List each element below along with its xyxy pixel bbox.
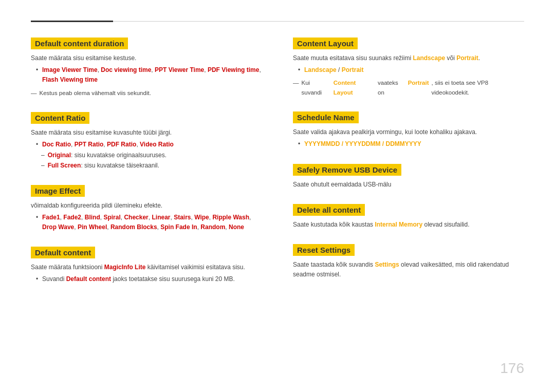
note-original: Original: sisu kuvatakse originaalsuurus… <box>31 151 262 160</box>
body-text: Saate määrata sisu esitamise kestuse. <box>31 53 262 63</box>
bullet-list: Image Viewer Time, Doc viewing time, PPT… <box>31 65 262 85</box>
section-content-layout: Content Layout Saate muuta esitatava sis… <box>293 38 524 97</box>
effect-drop-wave: Drop Wave <box>42 223 74 231</box>
section-title-image-effect: Image Effect <box>31 185 85 197</box>
item-date-formats: YYYYMMDD / YYYYDDMM / DDMMYYYY <box>304 140 421 147</box>
body-text: Saate määrata sisu esitamise kuvasuhte t… <box>31 128 262 138</box>
list-item: Doc Ratio, PPT Ratio, PDF Ratio, Video R… <box>36 140 262 150</box>
effect-random-blocks: Random Blocks <box>110 223 157 231</box>
section-body-image-effect: võimaldab konfigureerida pildi ülemineku… <box>31 201 262 233</box>
effect-stairs: Stairs <box>174 214 191 221</box>
body-text: Saate määrata funktsiooni MagicInfo Lite… <box>31 263 262 272</box>
item-video-ratio: Video Ratio <box>140 141 174 148</box>
top-border-dark <box>31 21 113 22</box>
effect-pin-wheel: Pin Wheel <box>78 223 107 231</box>
item-flash-viewing-time: Flash Viewing time <box>42 76 98 83</box>
body-text: Saate taastada kõik suvandis Settings ol… <box>293 260 524 279</box>
effect-blind: Blind <box>85 214 100 221</box>
bullet-list: YYYYMMDD / YYYYDDMM / DDMMYYYY <box>293 139 524 149</box>
right-column: Content Layout Saate muuta esitatava sis… <box>293 38 524 299</box>
note-label-content-layout: Content Layout <box>334 78 375 97</box>
main-content: Default content duration Saate määrata s… <box>31 38 524 299</box>
section-title-content-layout: Content Layout <box>293 38 358 49</box>
section-schedule-name: Schedule Name Saate valida ajakava pealk… <box>293 111 524 149</box>
section-title-content-ratio: Content Ratio <box>31 112 89 124</box>
list-item: Landscape / Portrait <box>298 65 524 75</box>
body-text: Saate muuta esitatava sisu suunaks režii… <box>293 53 524 63</box>
section-default-content-duration: Default content duration Saate määrata s… <box>31 38 262 98</box>
item-ppt-viewer-time: PPT Viewer Time <box>155 66 204 73</box>
note-kestus: Kestus peab olema vähemalt viis sekundit… <box>31 88 262 98</box>
effect-none: None <box>229 223 244 231</box>
list-item: YYYYMMDD / YYYYDDMM / DDMMYYYY <box>298 139 524 149</box>
effect-wipe: Wipe <box>194 214 209 221</box>
section-title-default-content-duration: Default content duration <box>31 38 128 49</box>
list-item: Suvandi Default content jaoks toetatakse… <box>36 274 262 284</box>
label-portrait: Portrait <box>456 54 478 62</box>
bullet-list: Landscape / Portrait <box>293 65 524 75</box>
label-landscape: Landscape <box>413 54 445 62</box>
list-item: Image Viewer Time, Doc viewing time, PPT… <box>36 65 262 85</box>
section-body-content-layout: Saate muuta esitatava sisu suunaks režii… <box>293 53 524 97</box>
section-body-delete-all-content: Saate kustutada kõik kaustas Internal Me… <box>293 220 524 230</box>
section-reset-settings: Reset Settings Saate taastada kõik suvan… <box>293 244 524 279</box>
list-item: Fade1, Fade2, Blind, Spiral, Checker, Li… <box>36 213 262 232</box>
label-settings: Settings <box>375 261 399 268</box>
top-border-light <box>113 21 524 22</box>
effect-ripple-wash: Ripple Wash <box>212 214 249 221</box>
section-default-content: Default content Saate määrata funktsioon… <box>31 247 262 284</box>
bullet-list: Doc Ratio, PPT Ratio, PDF Ratio, Video R… <box>31 140 262 150</box>
top-border <box>31 21 524 22</box>
label-magicinfo-lite: MagicInfo Lite <box>104 264 146 271</box>
body-text: Saate ohutult eemaldada USB-mälu <box>293 180 524 190</box>
section-body-content-ratio: Saate määrata sisu esitamise kuvasuhte t… <box>31 128 262 171</box>
section-title-schedule-name: Schedule Name <box>293 111 359 123</box>
effect-fade1: Fade1 <box>42 214 60 221</box>
label-original: Original <box>48 152 71 159</box>
page-number: 176 <box>500 360 524 377</box>
section-title-default-content: Default content <box>31 247 95 258</box>
section-body-safely-remove-usb: Saate ohutult eemaldada USB-mälu <box>293 180 524 190</box>
body-text: Saate valida ajakava pealkirja vormingu,… <box>293 127 524 137</box>
item-portrait: Portrait <box>342 66 364 73</box>
section-title-delete-all-content: Delete all content <box>293 204 365 216</box>
section-delete-all-content: Delete all content Saate kustutada kõik … <box>293 204 524 230</box>
section-body-default-content: Saate määrata funktsiooni MagicInfo Lite… <box>31 263 262 284</box>
effect-fade2: Fade2 <box>63 214 81 221</box>
body-text: võimaldab konfigureerida pildi ülemineku… <box>31 201 262 211</box>
note-fullscreen: Full Screen: sisu kuvatakse täisekraanil… <box>31 161 262 171</box>
body-text: Saate kustutada kõik kaustas Internal Me… <box>293 220 524 230</box>
section-title-reset-settings: Reset Settings <box>293 244 355 256</box>
item-doc-viewing-time: Doc viewing time <box>101 66 151 73</box>
item-pdf-ratio: PDF Ratio <box>107 141 136 148</box>
section-body-default-content-duration: Saate määrata sisu esitamise kestuse. Im… <box>31 53 262 98</box>
section-body-reset-settings: Saate taastada kõik suvandis Settings ol… <box>293 260 524 279</box>
note-content-layout: Kui suvandi Content Layout vaateks on Po… <box>293 78 524 97</box>
section-safely-remove-usb: Safely Remove USB Device Saate ohutult e… <box>293 164 524 190</box>
section-image-effect: Image Effect võimaldab konfigureerida pi… <box>31 185 262 233</box>
effect-spin-fade-in: Spin Fade In <box>160 223 197 231</box>
effect-random: Random <box>200 223 225 231</box>
label-internal-memory: Internal Memory <box>375 221 422 228</box>
bullet-list: Suvandi Default content jaoks toetatakse… <box>31 274 262 284</box>
label-default-content: Default content <box>66 275 111 283</box>
effect-spiral: Spiral <box>103 214 120 221</box>
item-pdf-viewing-time: PDF Viewing time <box>208 66 259 73</box>
section-title-safely-remove-usb: Safely Remove USB Device <box>293 164 401 176</box>
item-doc-ratio: Doc Ratio <box>42 141 71 148</box>
item-image-viewer-time: Image Viewer Time <box>42 66 98 73</box>
page-container: Default content duration Saate määrata s… <box>0 0 555 330</box>
effect-linear: Linear <box>152 214 170 221</box>
bullet-list: Fade1, Fade2, Blind, Spiral, Checker, Li… <box>31 213 262 232</box>
label-fullscreen: Full Screen <box>48 162 81 169</box>
section-content-ratio: Content Ratio Saate määrata sisu esitami… <box>31 112 262 171</box>
item-ppt-ratio: PPT Ratio <box>75 141 104 148</box>
note-label-portrait: Portrait <box>408 78 429 97</box>
item-landscape: Landscape <box>304 66 337 73</box>
section-body-schedule-name: Saate valida ajakava pealkirja vormingu,… <box>293 127 524 149</box>
left-column: Default content duration Saate määrata s… <box>31 38 262 299</box>
effect-checker: Checker <box>124 214 148 221</box>
